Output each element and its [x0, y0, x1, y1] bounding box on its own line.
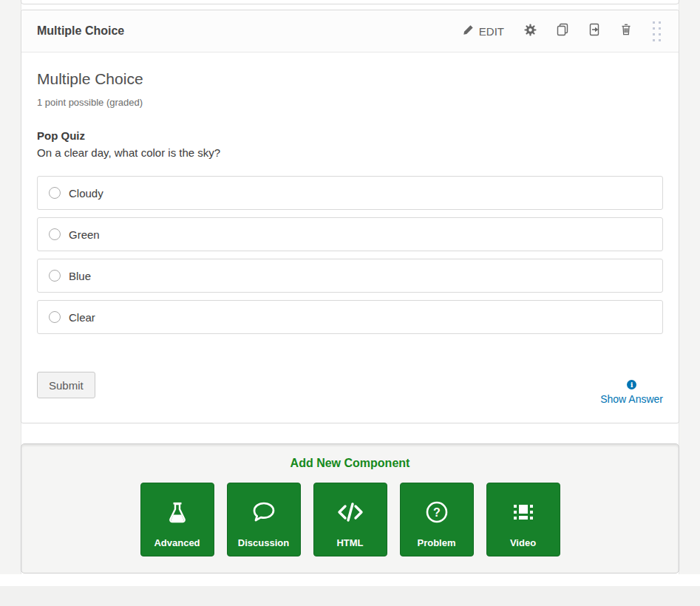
add-button-label: Video [510, 537, 536, 548]
add-new-component-title: Add New Component [21, 457, 679, 470]
show-answer-link[interactable]: i Show Answer [600, 380, 663, 405]
radio-button[interactable] [49, 187, 61, 199]
flask-icon [166, 498, 189, 526]
settings-button[interactable] [514, 18, 546, 44]
choice-label: Green [69, 228, 100, 241]
component-title: Multiple Choice [37, 24, 463, 38]
unit-page: Multiple Choice EDIT [0, 0, 700, 606]
add-button-label: Advanced [154, 537, 200, 548]
add-button-label: Problem [417, 537, 455, 548]
left-gutter [0, 0, 21, 574]
choice-label: Blue [69, 270, 91, 282]
question-circle-icon: ? [425, 498, 449, 526]
submit-button[interactable]: Submit [37, 372, 95, 398]
add-advanced-button[interactable]: Advanced [140, 483, 214, 556]
duplicate-icon [556, 23, 569, 39]
problem-body: Multiple Choice 1 point possible (graded… [21, 52, 679, 423]
svg-text:?: ? [433, 506, 441, 519]
add-button-label: Discussion [238, 537, 289, 548]
show-answer-label: Show Answer [600, 393, 663, 405]
radio-button[interactable] [49, 311, 61, 323]
edit-button[interactable]: EDIT [463, 24, 504, 38]
choice-option-green[interactable]: Green [37, 217, 663, 251]
page-footer-band [0, 586, 700, 606]
speech-bubble-icon [251, 498, 276, 526]
trash-icon [619, 23, 633, 39]
move-button[interactable] [578, 18, 610, 44]
question-title: Pop Quiz [37, 128, 663, 143]
problem-actions-row: Submit i Show Answer [37, 372, 663, 398]
drag-handle[interactable] [642, 18, 671, 44]
component-header: Multiple Choice EDIT [21, 10, 679, 52]
add-video-button[interactable]: Video [486, 483, 560, 556]
previous-component-edge [21, 0, 679, 4]
code-icon [336, 498, 364, 526]
right-gutter [679, 0, 700, 574]
film-icon [512, 498, 535, 526]
problem-title: Multiple Choice [37, 70, 663, 88]
choice-list: Cloudy Green Blue Clear [37, 176, 663, 334]
question-text: On a clear day, what color is the sky? [37, 145, 663, 160]
add-discussion-button[interactable]: Discussion [227, 483, 301, 556]
component-actions: EDIT [463, 18, 671, 44]
delete-button[interactable] [610, 18, 642, 44]
add-problem-button[interactable]: ? Problem [400, 483, 474, 556]
choice-option-cloudy[interactable]: Cloudy [37, 176, 663, 210]
points-possible: 1 point possible (graded) [37, 97, 663, 108]
radio-button[interactable] [49, 270, 61, 282]
move-icon [588, 23, 601, 39]
add-html-button[interactable]: HTML [313, 483, 387, 556]
choice-option-clear[interactable]: Clear [37, 300, 663, 334]
add-new-component-panel: Add New Component Advanced [21, 443, 679, 573]
choice-option-blue[interactable]: Blue [37, 259, 663, 293]
choice-label: Cloudy [69, 187, 103, 200]
add-button-label: HTML [336, 537, 363, 548]
choice-label: Clear [69, 311, 95, 324]
duplicate-button[interactable] [546, 18, 578, 44]
add-component-buttons: Advanced Discussion [21, 483, 679, 556]
info-icon: i [627, 380, 636, 389]
drag-handle-icon [653, 21, 661, 41]
edit-button-label: EDIT [479, 25, 504, 38]
multiple-choice-component-card: Multiple Choice EDIT [21, 10, 679, 423]
pencil-icon [463, 24, 474, 38]
gear-icon [524, 24, 537, 39]
radio-button[interactable] [49, 228, 61, 240]
